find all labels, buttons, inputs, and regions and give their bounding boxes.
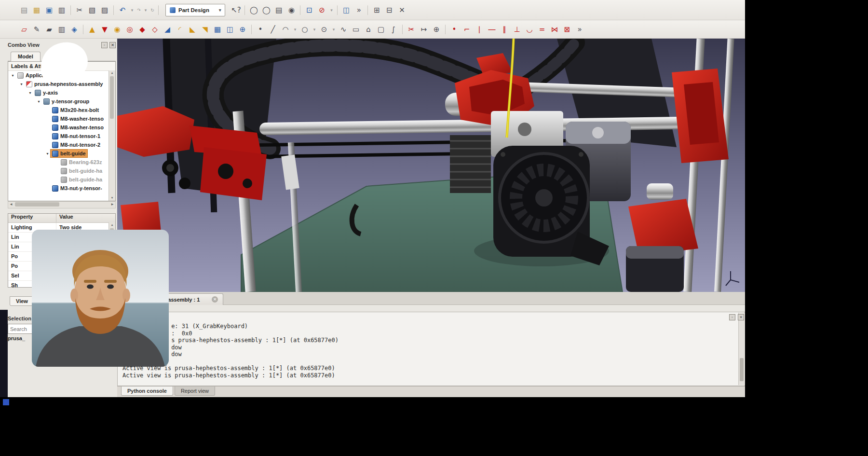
scroll-down-icon[interactable]: ▼ [109,195,115,201]
tree-item[interactable]: belt-guide-ha [8,175,115,184]
tree-item[interactable]: Bearing-623z [8,158,115,166]
taskbar-icon[interactable] [3,399,9,405]
whats-this-icon[interactable]: ↖? [230,4,242,16]
mirrored-icon[interactable]: ◫ [224,23,236,36]
linear-pattern-icon[interactable]: ▦ [212,23,223,36]
chamfer-icon[interactable]: ◣ [187,23,198,36]
constraint-symmetric-icon[interactable]: ⋈ [549,23,560,36]
slot-icon[interactable]: ▢ [375,23,387,36]
console-undock-icon[interactable]: ▫ [729,314,735,320]
tree-item[interactable]: belt-guide-ha [8,166,115,175]
line-icon[interactable]: ╱ [267,23,279,36]
rectangle-icon[interactable]: ▭ [350,23,362,36]
console-close-icon[interactable]: ✕ [738,314,744,320]
external-geometry-icon[interactable]: ⊕ [431,23,442,36]
scroll-up-icon[interactable]: ▲ [109,222,115,228]
tree-item[interactable]: ▼ y-tensor-group [8,97,115,106]
scrollbar-thumb[interactable] [740,358,744,381]
draw-style-icon[interactable]: ⊘ [316,4,327,16]
tree-item[interactable]: ▼ y-axis [8,88,115,97]
new-document-icon[interactable]: ▤ [18,4,30,16]
constraint-equal-icon[interactable]: = [536,23,548,36]
revolution-icon[interactable]: ◉ [111,23,123,36]
clear-selection-icon[interactable]: ✕ [396,4,407,16]
constraint-lock-icon[interactable]: ⊠ [561,23,573,36]
redo-dropdown-icon[interactable]: ▾ [143,4,149,16]
create-body-icon[interactable]: ◈ [68,23,80,36]
print-icon[interactable]: ▥ [56,4,68,16]
conic-icon[interactable]: ⊙ [318,23,330,36]
conic-dropdown-icon[interactable]: ▾ [331,23,337,36]
subtractive-loft-icon[interactable]: ◇ [149,23,161,36]
tree-expander-icon[interactable]: ▼ [36,100,41,103]
tree-horizontal-scrollbar[interactable]: ◀ ▶ [8,201,116,208]
toolbar-overflow-chevron[interactable]: » [574,23,585,36]
undo-icon[interactable]: ↶ [117,4,128,16]
tree-item[interactable]: M3x20-hex-bolt [8,106,115,114]
additive-pipe-icon[interactable]: ◢ [162,23,173,36]
edit-sketch-icon[interactable]: ✎ [31,23,42,36]
refresh-icon[interactable]: ↻ [149,4,155,16]
groove-icon[interactable]: ◎ [124,23,136,36]
box-element-selection-icon[interactable]: ⊟ [383,4,395,16]
3d-viewport[interactable] [117,39,745,292]
tree-item[interactable]: ▼ belt-guide [8,149,115,158]
boolean-icon[interactable]: ⊕ [237,23,248,36]
tree-item[interactable]: M8-nut-tensor-1 [8,132,115,140]
scroll-right-icon[interactable]: ▶ [109,202,115,207]
tab-model[interactable]: Model [11,52,41,61]
macro-stop-icon[interactable]: ◯ [260,4,272,16]
save-icon[interactable]: ▣ [43,4,55,16]
macro-record-icon[interactable]: ◯ [248,4,259,16]
views-overflow-chevron[interactable]: » [353,4,365,16]
panel-close-icon[interactable]: ✕ [109,42,116,48]
tree-expander-icon[interactable]: ▼ [10,74,15,77]
constraint-tangent-icon[interactable]: ◡ [524,23,535,36]
circle-icon[interactable]: ○ [299,23,311,36]
tab-view[interactable]: View [10,296,34,306]
workbench-selector[interactable]: Part Design ▾ [165,4,225,16]
validate-sketch-icon[interactable]: ▥ [56,23,68,36]
tree-item[interactable]: M8-washer-tenso [8,123,115,132]
macro-edit-icon[interactable]: ▤ [273,4,285,16]
open-file-icon[interactable]: ▦ [31,4,42,16]
undo-dropdown-icon[interactable]: ▾ [129,4,135,16]
pocket-icon[interactable]: ▼ [99,23,110,36]
bspline-icon[interactable]: ∫ [388,23,399,36]
constraint-point-on-object-icon[interactable]: ⌐ [461,23,473,36]
arc-dropdown-icon[interactable]: ▾ [292,23,298,36]
pad-icon[interactable]: ▲ [86,23,98,36]
map-sketch-icon[interactable]: ▰ [43,23,55,36]
python-console[interactable]: e: 31 (X_GrabKeyboard) : 0x0 s prusa-hep… [117,312,745,386]
bottom-panel-tab[interactable]: Python console [121,387,173,396]
console-scrollbar[interactable] [738,313,745,385]
cut-icon[interactable]: ✂ [74,4,85,16]
polyline-icon[interactable]: ∿ [338,23,349,36]
extend-icon[interactable]: ↦ [418,23,430,36]
redo-icon[interactable]: ↷ [136,4,142,16]
draw-style-dropdown-icon[interactable]: ▾ [328,4,334,16]
copy-icon[interactable]: ▧ [86,4,98,16]
scrollbar-thumb[interactable] [15,202,59,207]
circle-dropdown-icon[interactable]: ▾ [312,23,317,36]
tree-expander-icon[interactable]: ▼ [19,83,24,86]
constraint-parallel-icon[interactable]: ∥ [499,23,510,36]
tree-expander-icon[interactable]: ▼ [27,91,33,95]
create-sketch-icon[interactable]: ▱ [18,23,30,36]
tree-item[interactable]: M8-nut-tensor-2 [8,140,115,149]
fillet-icon[interactable]: ◜ [174,23,186,36]
scrollbar-thumb[interactable] [110,76,114,119]
scroll-left-icon[interactable]: ◀ [8,202,14,207]
macro-execute-icon[interactable]: ◉ [285,4,297,16]
arc-icon[interactable]: ◠ [280,23,291,36]
isometric-view-icon[interactable]: ◫ [340,4,352,16]
constraint-coincident-icon[interactable]: • [448,23,460,36]
paste-icon[interactable]: ▨ [99,4,110,16]
polygon-icon[interactable]: ⌂ [363,23,374,36]
box-selection-icon[interactable]: ⊞ [371,4,382,16]
point-icon[interactable]: • [255,23,266,36]
document-tab-close-icon[interactable]: ✕ [212,296,218,303]
trim-icon[interactable]: ✂ [406,23,417,36]
additive-loft-icon[interactable]: ◆ [136,23,148,36]
bottom-panel-tab[interactable]: Report view [175,387,215,396]
